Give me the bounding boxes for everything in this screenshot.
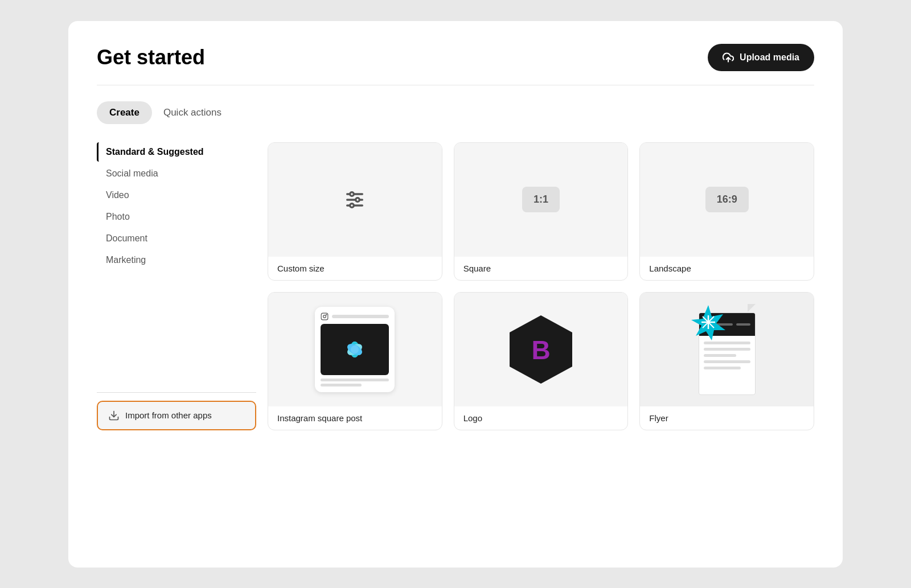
instagram-logo-icon <box>321 312 329 320</box>
svg-point-5 <box>350 192 354 196</box>
tab-quick-actions[interactable]: Quick actions <box>159 101 226 124</box>
svg-text:B: B <box>531 335 550 365</box>
sidebar-bottom-divider <box>97 392 256 393</box>
flyer-line-1 <box>704 342 750 344</box>
card-flyer[interactable]: Flyer <box>639 292 814 430</box>
upload-media-label: Upload media <box>740 52 799 63</box>
sidebar-item-video[interactable]: Video <box>97 186 256 205</box>
square-ratio-badge: 1:1 <box>522 187 560 212</box>
instagram-line-1 <box>321 379 389 381</box>
card-preview-logo: B <box>454 293 628 406</box>
sidebar: Standard & Suggested Social media Video … <box>97 142 256 430</box>
flyer-mockup <box>690 304 764 395</box>
instagram-mockup <box>315 307 395 392</box>
sidebar-bottom: Import from other apps <box>97 381 256 430</box>
card-label-custom: Custom size <box>268 257 442 280</box>
page-title: Get started <box>97 46 205 69</box>
card-label-instagram: Instagram square post <box>268 406 442 430</box>
flyer-doc-body <box>699 336 755 375</box>
card-preview-landscape: 16:9 <box>640 143 814 257</box>
upload-icon <box>723 52 734 63</box>
tabs-container: Create Quick actions <box>97 101 814 124</box>
card-landscape[interactable]: 16:9 Landscape <box>639 142 814 281</box>
flyer-line-5 <box>704 367 741 369</box>
sidebar-item-standard[interactable]: Standard & Suggested <box>97 142 256 162</box>
sidebar-nav: Standard & Suggested Social media Video … <box>97 142 256 270</box>
svg-point-7 <box>350 203 354 207</box>
header: Get started Upload media <box>97 44 814 71</box>
card-preview-custom <box>268 143 442 257</box>
card-label-square: Square <box>454 257 628 280</box>
svg-rect-8 <box>321 313 328 320</box>
sliders-icon <box>343 188 366 211</box>
card-preview-square: 1:1 <box>454 143 628 257</box>
flyer-line-3 <box>704 354 736 357</box>
sidebar-item-social-media[interactable]: Social media <box>97 164 256 183</box>
card-label-logo: Logo <box>454 406 628 430</box>
landscape-ratio-badge: 16:9 <box>705 187 749 212</box>
card-label-flyer: Flyer <box>640 406 814 430</box>
instagram-footer <box>321 379 389 386</box>
star-flower-icon <box>342 337 367 362</box>
upload-media-button[interactable]: Upload media <box>708 44 814 71</box>
header-divider <box>97 85 814 85</box>
instagram-username-line <box>332 315 389 318</box>
cards-grid: Custom size 1:1 Square 16:9 Landscape <box>256 142 814 430</box>
flyer-line-4 <box>704 360 750 363</box>
card-custom-size[interactable]: Custom size <box>268 142 442 281</box>
card-logo[interactable]: B Logo <box>454 292 629 430</box>
import-from-other-apps-button[interactable]: Import from other apps <box>97 401 256 430</box>
sidebar-item-marketing[interactable]: Marketing <box>97 250 256 270</box>
svg-point-6 <box>356 198 360 202</box>
card-label-landscape: Landscape <box>640 257 814 280</box>
flyer-starburst-icon <box>690 304 727 341</box>
instagram-image <box>321 324 389 375</box>
content-area: Standard & Suggested Social media Video … <box>97 142 814 430</box>
svg-point-10 <box>326 314 327 315</box>
sidebar-item-photo[interactable]: Photo <box>97 207 256 227</box>
flyer-line-2 <box>704 348 750 351</box>
instagram-header <box>321 312 389 320</box>
import-label: Import from other apps <box>125 410 212 420</box>
sidebar-item-document[interactable]: Document <box>97 229 256 248</box>
tab-create[interactable]: Create <box>97 101 152 124</box>
svg-point-17 <box>351 346 359 353</box>
card-square[interactable]: 1:1 Square <box>454 142 629 281</box>
main-container: Get started Upload media Create Quick ac… <box>68 21 843 568</box>
svg-point-9 <box>323 315 326 318</box>
flyer-corner <box>748 304 756 312</box>
card-instagram[interactable]: Instagram square post <box>268 292 442 430</box>
logo-hexagon-icon: B <box>504 312 578 386</box>
flyer-header-line-2 <box>736 323 750 326</box>
card-preview-flyer <box>640 293 814 406</box>
card-preview-instagram <box>268 293 442 406</box>
import-icon <box>108 410 120 421</box>
instagram-line-2 <box>321 384 362 386</box>
